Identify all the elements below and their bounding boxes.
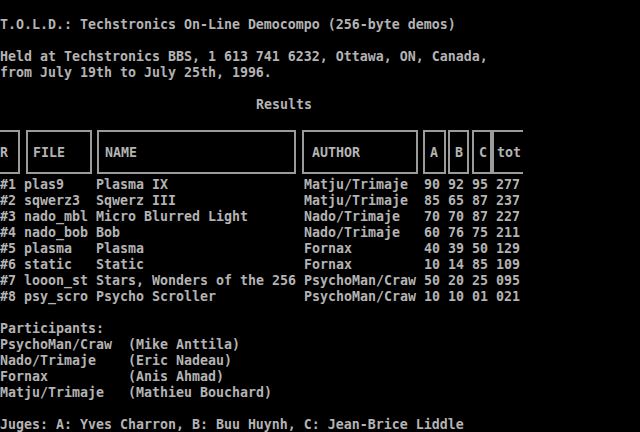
participant-row: Nado/Trimaje (Eric Nadeau) xyxy=(0,353,640,369)
judge-b-score-cell: 39 xyxy=(448,241,464,257)
participant-handle: Nado/Trimaje xyxy=(0,353,96,369)
column-header-author: AUTHOR xyxy=(312,145,360,161)
author-cell: Matju/Trimaje xyxy=(304,193,408,209)
participant-handle: Fornax xyxy=(0,369,48,385)
page-title: T.O.L.D.: Techstronics On-Line Democompo… xyxy=(0,17,456,33)
table-row: #1 plas9 Plasma IX Matju/Trimaje 90 92 9… xyxy=(0,177,640,193)
participant-handle: Matju/Trimaje xyxy=(0,385,104,401)
venue-line-1: Held at Techstronics BBS, 1 613 741 6232… xyxy=(0,49,488,65)
judge-c-score-cell: 01 xyxy=(472,289,488,305)
judge-c-score-cell: 87 xyxy=(472,209,488,225)
rank-cell: #8 xyxy=(0,289,16,305)
judge-c-score-cell: 87 xyxy=(472,193,488,209)
rank-cell: #1 xyxy=(0,177,16,193)
judge-a-score-cell: 40 xyxy=(424,241,440,257)
rank-cell: #3 xyxy=(0,209,16,225)
name-cell: Micro Blurred Light xyxy=(96,209,248,225)
name-cell: Bob xyxy=(96,225,120,241)
column-header-judge-c: C xyxy=(479,145,487,161)
rank-cell: #4 xyxy=(0,225,16,241)
terminal-screen: T.O.L.D.: Techstronics On-Line Democompo… xyxy=(0,0,640,432)
file-cell: looon_st xyxy=(24,273,88,289)
judge-b-score-cell: 10 xyxy=(448,289,464,305)
column-header-name: NAME xyxy=(105,145,137,161)
judges-line: Juges: A: Yves Charron, B: Buu Huynh, C:… xyxy=(0,417,464,432)
file-cell: nado_bob xyxy=(24,225,88,241)
judge-b-score-cell: 70 xyxy=(448,209,464,225)
author-cell: Fornax xyxy=(304,257,352,273)
judge-a-score-cell: 10 xyxy=(424,257,440,273)
author-cell: Matju/Trimaje xyxy=(304,177,408,193)
column-header-total: tot xyxy=(497,145,521,161)
column-header-judge-a: A xyxy=(430,145,438,161)
table-row: #5 plasma Plasma Fornax 40 39 50 129 xyxy=(0,241,640,257)
judge-b-score-cell: 76 xyxy=(448,225,464,241)
participant-real-name: (Anis Ahmad) xyxy=(128,369,224,385)
total-score-cell: 277 xyxy=(496,177,520,193)
file-cell: plas9 xyxy=(24,177,64,193)
name-cell: Sqwerz III xyxy=(96,193,176,209)
judge-c-score-cell: 95 xyxy=(472,177,488,193)
participant-handle: PsychoMan/Craw xyxy=(0,337,112,353)
judge-a-score-cell: 60 xyxy=(424,225,440,241)
total-score-cell: 227 xyxy=(496,209,520,225)
total-score-cell: 237 xyxy=(496,193,520,209)
author-cell: Nado/Trimaje xyxy=(304,209,400,225)
rank-cell: #6 xyxy=(0,257,16,273)
participant-real-name: (Mathieu Bouchard) xyxy=(128,385,272,401)
participant-row: Matju/Trimaje (Mathieu Bouchard) xyxy=(0,385,640,401)
judge-c-score-cell: 50 xyxy=(472,241,488,257)
total-score-cell: 021 xyxy=(496,289,520,305)
name-cell: Stars, Wonders of the 256 xyxy=(96,273,296,289)
name-cell: Plasma IX xyxy=(96,177,168,193)
name-cell: Psycho Scroller xyxy=(96,289,216,305)
judge-b-score-cell: 20 xyxy=(448,273,464,289)
judge-a-score-cell: 50 xyxy=(424,273,440,289)
rank-cell: #2 xyxy=(0,193,16,209)
results-heading: Results xyxy=(256,97,312,113)
table-row: #6 static Static Fornax 10 14 85 109 xyxy=(0,257,640,273)
judge-a-score-cell: 10 xyxy=(424,289,440,305)
total-score-cell: 129 xyxy=(496,241,520,257)
total-score-cell: 211 xyxy=(496,225,520,241)
participant-real-name: (Eric Nadeau) xyxy=(128,353,232,369)
table-row: #2 sqwerz3 Sqwerz III Matju/Trimaje 85 6… xyxy=(0,193,640,209)
judge-a-score-cell: 85 xyxy=(424,193,440,209)
venue-line-2: from July 19th to July 25th, 1996. xyxy=(0,65,272,81)
author-cell: Nado/Trimaje xyxy=(304,225,400,241)
author-cell: Fornax xyxy=(304,241,352,257)
file-cell: sqwerz3 xyxy=(24,193,80,209)
author-cell: PsychoMan/Craw xyxy=(304,273,416,289)
judge-b-score-cell: 92 xyxy=(448,177,464,193)
table-row: #8 psy_scro Psycho Scroller PsychoMan/Cr… xyxy=(0,289,640,305)
participant-row: Fornax (Anis Ahmad) xyxy=(0,369,640,385)
total-score-cell: 095 xyxy=(496,273,520,289)
table-row: #4 nado_bob Bob Nado/Trimaje 60 76 75 21… xyxy=(0,225,640,241)
file-cell: psy_scro xyxy=(24,289,88,305)
rank-cell: #7 xyxy=(0,273,16,289)
judge-b-score-cell: 14 xyxy=(448,257,464,273)
file-cell: nado_mbl xyxy=(24,209,88,225)
file-cell: static xyxy=(24,257,72,273)
participant-real-name: (Mike Anttila) xyxy=(128,337,240,353)
column-header-judge-b: B xyxy=(455,145,463,161)
rank-cell: #5 xyxy=(0,241,16,257)
column-header-file: FILE xyxy=(33,145,65,161)
judge-c-score-cell: 75 xyxy=(472,225,488,241)
judge-c-score-cell: 85 xyxy=(472,257,488,273)
column-header-rank: R xyxy=(0,145,8,161)
author-cell: PsychoMan/Craw xyxy=(304,289,416,305)
total-score-cell: 109 xyxy=(496,257,520,273)
judge-b-score-cell: 65 xyxy=(448,193,464,209)
participant-row: PsychoMan/Craw (Mike Anttila) xyxy=(0,337,640,353)
judge-a-score-cell: 70 xyxy=(424,209,440,225)
file-cell: plasma xyxy=(24,241,72,257)
table-row: #3 nado_mbl Micro Blurred Light Nado/Tri… xyxy=(0,209,640,225)
name-cell: Plasma xyxy=(96,241,144,257)
judge-a-score-cell: 90 xyxy=(424,177,440,193)
name-cell: Static xyxy=(96,257,144,273)
judge-c-score-cell: 25 xyxy=(472,273,488,289)
participants-heading: Participants: xyxy=(0,321,104,337)
table-row: #7 looon_st Stars, Wonders of the 256 Ps… xyxy=(0,273,640,289)
